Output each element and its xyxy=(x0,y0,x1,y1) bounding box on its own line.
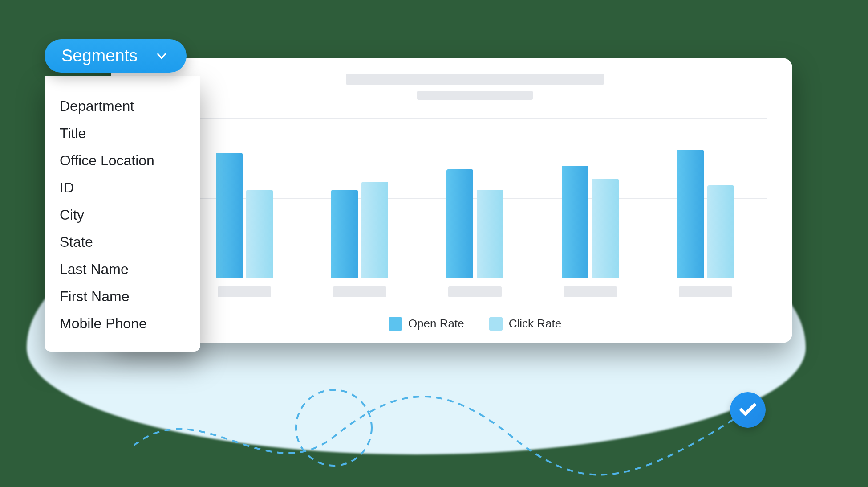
chart-card: Open Rate Click Rate xyxy=(111,58,792,343)
chart-plot-area xyxy=(183,118,767,278)
check-icon xyxy=(738,400,758,420)
bar-open-rate xyxy=(562,166,588,278)
bar-open-rate xyxy=(446,169,473,278)
segments-menu-item[interactable]: State xyxy=(45,229,200,256)
chart-title-placeholder xyxy=(183,74,767,100)
bar-group xyxy=(562,118,619,278)
legend-swatch-open xyxy=(389,317,402,331)
chart-legend: Open Rate Click Rate xyxy=(183,317,767,331)
bar-click-rate xyxy=(477,190,503,278)
bar-open-rate xyxy=(677,150,704,278)
segments-label: Segments xyxy=(61,46,138,65)
segments-menu-item[interactable]: First Name xyxy=(45,283,200,310)
chevron-down-icon xyxy=(155,50,168,62)
bar-click-rate xyxy=(592,179,619,278)
segments-dropdown-button[interactable]: Segments xyxy=(45,39,187,73)
subtitle-placeholder xyxy=(417,91,533,100)
x-label-placeholder xyxy=(218,286,271,297)
legend-label-open: Open Rate xyxy=(408,317,464,331)
segments-menu-item[interactable]: Department xyxy=(45,93,200,120)
legend-label-click: Click Rate xyxy=(509,317,561,331)
segments-menu-item[interactable]: Last Name xyxy=(45,256,200,283)
x-label-placeholder xyxy=(679,286,732,297)
bar-click-rate xyxy=(246,190,273,278)
legend-swatch-click xyxy=(489,317,503,331)
segments-menu-item[interactable]: Mobile Phone xyxy=(45,310,200,337)
bar-group xyxy=(677,118,734,278)
x-axis-labels xyxy=(183,278,767,297)
bar-open-rate xyxy=(216,153,243,278)
legend-item-click-rate: Click Rate xyxy=(489,317,561,331)
bar-click-rate xyxy=(707,185,734,278)
check-badge xyxy=(730,392,766,428)
segments-menu-item[interactable]: City xyxy=(45,201,200,229)
segments-menu-item[interactable]: ID xyxy=(45,174,200,201)
bar-open-rate xyxy=(331,190,358,278)
legend-item-open-rate: Open Rate xyxy=(389,317,464,331)
bar-group xyxy=(331,118,388,278)
segments-menu-item[interactable]: Office Location xyxy=(45,147,200,174)
x-label-placeholder xyxy=(564,286,617,297)
bar-group xyxy=(446,118,503,278)
bar-group xyxy=(216,118,273,278)
segments-menu-item[interactable]: Title xyxy=(45,120,200,147)
segments-dropdown-menu: DepartmentTitleOffice LocationIDCityStat… xyxy=(45,76,200,352)
x-label-placeholder xyxy=(333,286,386,297)
title-placeholder xyxy=(346,74,604,85)
bar-click-rate xyxy=(361,182,388,278)
x-label-placeholder xyxy=(448,286,502,297)
